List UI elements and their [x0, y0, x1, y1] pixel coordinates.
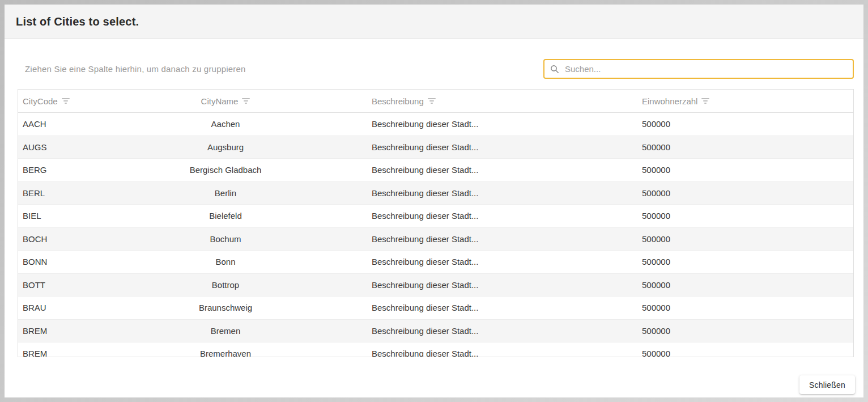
column-header-label: CityCode	[23, 96, 58, 106]
cell-beschreibung: Beschreibung dieser Stadt...	[367, 303, 637, 312]
table-row[interactable]: BREMBremenBeschreibung dieser Stadt...50…	[18, 320, 853, 343]
cell-citycode: BERL	[18, 188, 84, 198]
cell-einwohnerzahl: 500000	[637, 211, 853, 221]
filter-icon[interactable]	[62, 98, 70, 104]
cell-cityname: Bonn	[84, 257, 367, 266]
cell-citycode: AACH	[18, 119, 84, 129]
cell-beschreibung: Beschreibung dieser Stadt...	[367, 211, 637, 221]
table-row[interactable]: AUGSAugsburgBeschreibung dieser Stadt...…	[18, 136, 853, 159]
cell-einwohnerzahl: 500000	[637, 119, 853, 129]
search-input[interactable]	[564, 64, 847, 74]
cell-einwohnerzahl: 500000	[637, 349, 853, 357]
cell-cityname: Augsburg	[84, 142, 367, 152]
cell-einwohnerzahl: 500000	[637, 165, 853, 175]
cell-citycode: BREM	[18, 326, 84, 336]
cell-beschreibung: Beschreibung dieser Stadt...	[367, 188, 637, 198]
close-button[interactable]: Schließen	[799, 375, 855, 394]
cell-citycode: BONN	[18, 257, 84, 266]
filter-icon[interactable]	[428, 98, 436, 104]
table-row[interactable]: BERLBerlinBeschreibung dieser Stadt...50…	[18, 182, 853, 205]
table-row[interactable]: BRAUBraunschweigBeschreibung dieser Stad…	[18, 297, 853, 320]
table-row[interactable]: BOCHBochumBeschreibung dieser Stadt...50…	[18, 228, 853, 251]
grid-header-row: CityCode CityName Beschreibung Einwohner…	[18, 90, 853, 113]
cell-citycode: BOTT	[18, 280, 84, 290]
modal-backdrop: List of Cities to select. Ziehen Sie ein…	[0, 0, 868, 402]
table-row[interactable]: AACHAachenBeschreibung dieser Stadt...50…	[18, 113, 853, 136]
column-header-label: CityName	[201, 96, 239, 106]
column-header-beschreibung[interactable]: Beschreibung	[367, 90, 637, 112]
cell-einwohnerzahl: 500000	[637, 326, 853, 336]
column-header-einwohnerzahl[interactable]: Einwohnerzahl	[637, 90, 853, 112]
group-panel-hint: Ziehen Sie eine Spalte hierhin, um danac…	[18, 64, 246, 74]
search-panel	[543, 59, 854, 79]
table-row[interactable]: BONNBonnBeschreibung dieser Stadt...5000…	[18, 251, 853, 274]
cell-einwohnerzahl: 500000	[637, 280, 853, 290]
search-icon	[550, 65, 559, 74]
cell-einwohnerzahl: 500000	[637, 234, 853, 244]
cities-dialog: List of Cities to select. Ziehen Sie ein…	[5, 5, 863, 397]
cell-citycode: BERG	[18, 165, 84, 175]
filter-icon[interactable]	[242, 98, 250, 104]
column-header-label: Einwohnerzahl	[642, 96, 697, 106]
cell-beschreibung: Beschreibung dieser Stadt...	[367, 119, 637, 129]
cell-beschreibung: Beschreibung dieser Stadt...	[367, 349, 637, 357]
cell-cityname: Bremen	[84, 326, 367, 336]
cell-citycode: BRAU	[18, 303, 84, 312]
cell-citycode: BIEL	[18, 211, 84, 221]
dialog-titlebar: List of Cities to select.	[5, 5, 863, 39]
table-row[interactable]: BERGBergisch GladbachBeschreibung dieser…	[18, 159, 853, 182]
cell-einwohnerzahl: 500000	[637, 188, 853, 198]
table-row[interactable]: BIELBielefeldBeschreibung dieser Stadt..…	[18, 205, 853, 228]
cell-cityname: Aachen	[84, 119, 367, 129]
grid-toolbar: Ziehen Sie eine Spalte hierhin, um danac…	[18, 59, 854, 79]
column-header-citycode[interactable]: CityCode	[18, 90, 84, 112]
column-header-label: Beschreibung	[372, 96, 424, 106]
cell-cityname: Bremerhaven	[84, 349, 367, 357]
cities-grid: CityCode CityName Beschreibung Einwohner…	[18, 89, 854, 357]
cell-cityname: Braunschweig	[84, 303, 367, 312]
cell-cityname: Bochum	[84, 234, 367, 244]
cell-beschreibung: Beschreibung dieser Stadt...	[367, 165, 637, 175]
column-header-cityname[interactable]: CityName	[84, 90, 367, 112]
cell-einwohnerzahl: 500000	[637, 142, 853, 152]
cell-cityname: Bottrop	[84, 280, 367, 290]
cell-citycode: BOCH	[18, 234, 84, 244]
table-row[interactable]: BREMBremerhavenBeschreibung dieser Stadt…	[18, 342, 853, 357]
cell-beschreibung: Beschreibung dieser Stadt...	[367, 280, 637, 290]
cell-einwohnerzahl: 500000	[637, 303, 853, 312]
cell-citycode: AUGS	[18, 142, 84, 152]
cell-beschreibung: Beschreibung dieser Stadt...	[367, 326, 637, 336]
cell-beschreibung: Beschreibung dieser Stadt...	[367, 142, 637, 152]
cell-cityname: Berlin	[84, 188, 367, 198]
cell-cityname: Bielefeld	[84, 211, 367, 221]
dialog-title: List of Cities to select.	[16, 15, 139, 28]
table-body: AACHAachenBeschreibung dieser Stadt...50…	[18, 113, 853, 357]
cell-beschreibung: Beschreibung dieser Stadt...	[367, 234, 637, 244]
cell-cityname: Bergisch Gladbach	[84, 165, 367, 175]
cell-einwohnerzahl: 500000	[637, 257, 853, 266]
cell-beschreibung: Beschreibung dieser Stadt...	[367, 257, 637, 266]
table-row[interactable]: BOTTBottropBeschreibung dieser Stadt...5…	[18, 274, 853, 297]
filter-icon[interactable]	[701, 98, 709, 104]
cell-citycode: BREM	[18, 349, 84, 357]
